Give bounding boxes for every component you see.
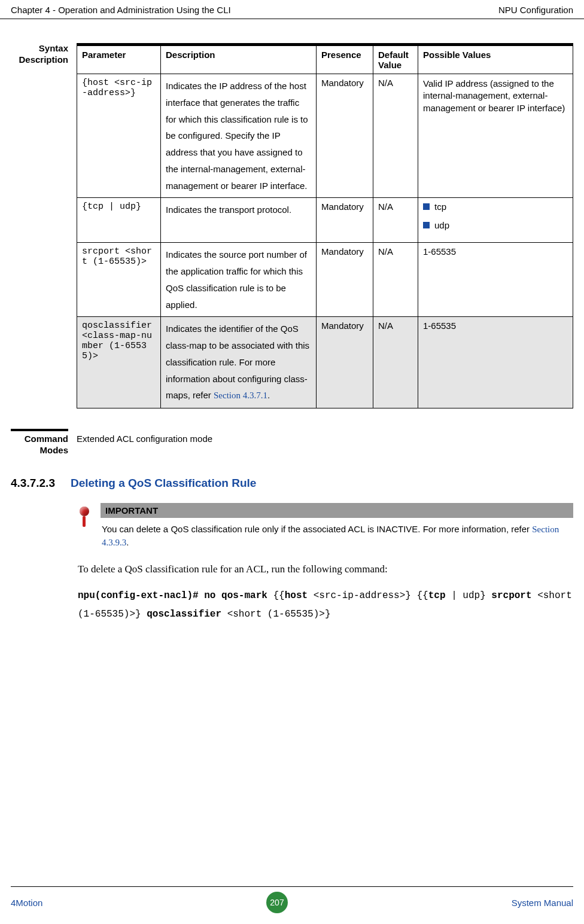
square-bullet-icon bbox=[423, 222, 430, 228]
cmd-text: <src-ip-address>} {{ bbox=[308, 590, 428, 601]
table-row: {host <src-ip-address>} Indicates the IP… bbox=[77, 74, 573, 198]
callout-prefix: You can delete a QoS classification rule… bbox=[102, 524, 532, 534]
footer-right[interactable]: System Manual bbox=[512, 898, 573, 908]
desc-prefix: Indicates the identifier of the QoS clas… bbox=[166, 324, 309, 400]
cell-default: N/A bbox=[373, 198, 418, 243]
callout-suffix: . bbox=[126, 537, 129, 547]
cell-desc: Indicates the IP address of the host int… bbox=[161, 74, 317, 198]
table-row: srcport <short (1-65535)> Indicates the … bbox=[77, 243, 573, 317]
table-row: {tcp | udp} Indicates the transport prot… bbox=[77, 198, 573, 243]
cell-param: srcport <short (1-65535)> bbox=[77, 243, 161, 317]
bullet-text: tcp bbox=[434, 202, 446, 212]
cmd-text: <short (1-65535)>} bbox=[221, 609, 330, 620]
cell-desc: Indicates the identifier of the QoS clas… bbox=[161, 317, 317, 408]
important-callout: IMPORTANT You can delete a QoS classific… bbox=[78, 503, 573, 549]
col-possible: Possible Values bbox=[418, 46, 573, 74]
cell-presence: Mandatory bbox=[317, 317, 373, 408]
subsection-title: Deleting a QoS Classification Rule bbox=[71, 477, 256, 490]
cell-param: qosclassifier <class-map-number (1-65535… bbox=[77, 317, 161, 408]
cell-default: N/A bbox=[373, 243, 418, 317]
cell-default: N/A bbox=[373, 317, 418, 408]
cell-values: Valid IP address (assigned to the intern… bbox=[418, 74, 573, 198]
cmd-text: | udp} bbox=[446, 590, 492, 601]
cmd-bold: host bbox=[285, 590, 308, 601]
command-block: npu(config-ext-nacl)# no qos-mark {{host… bbox=[78, 587, 573, 623]
col-default: Default Value bbox=[373, 46, 418, 74]
cell-default: N/A bbox=[373, 74, 418, 198]
desc-suffix: . bbox=[267, 390, 270, 400]
cmd-bold: tcp bbox=[428, 590, 446, 601]
header-left: Chapter 4 - Operation and Administration… bbox=[11, 5, 231, 15]
table-row: qosclassifier <class-map-number (1-65535… bbox=[77, 317, 573, 408]
cmd-bold: srcport bbox=[491, 590, 531, 601]
table-header-row: Parameter Description Presence Default V… bbox=[77, 46, 573, 74]
command-modes-value: Extended ACL configuration mode bbox=[77, 429, 573, 444]
cell-values: 1-65535 bbox=[418, 317, 573, 408]
section-link[interactable]: Section 4.3.7.1 bbox=[214, 391, 267, 400]
syntax-description-section: Syntax Description Parameter Description… bbox=[11, 43, 573, 408]
cell-values: tcp udp bbox=[418, 198, 573, 243]
cmd-bold: qosclassifier bbox=[147, 609, 221, 620]
cell-presence: Mandatory bbox=[317, 243, 373, 317]
cmd-bold: npu(config-ext-nacl)# no qos-mark bbox=[78, 590, 267, 601]
command-modes-section: Command Modes Extended ACL configuration… bbox=[11, 429, 573, 456]
cell-values: 1-65535 bbox=[418, 243, 573, 317]
subsection-number: 4.3.7.2.3 bbox=[11, 477, 55, 490]
cmd-text: {{ bbox=[267, 590, 285, 601]
cell-presence: Mandatory bbox=[317, 198, 373, 243]
cell-param: {host <src-ip-address>} bbox=[77, 74, 161, 198]
important-icon bbox=[78, 503, 91, 527]
page-number-badge: 207 bbox=[266, 892, 288, 913]
syntax-table: Parameter Description Presence Default V… bbox=[77, 45, 573, 408]
bullet-text: udp bbox=[434, 220, 449, 230]
body-paragraph: To delete a QoS classification rule for … bbox=[78, 562, 573, 577]
callout-header: IMPORTANT bbox=[101, 503, 573, 518]
header-right: NPU Configuration bbox=[498, 5, 573, 15]
command-modes-label: Command Modes bbox=[11, 429, 68, 456]
syntax-label: Syntax Description bbox=[11, 43, 68, 66]
cell-presence: Mandatory bbox=[317, 74, 373, 198]
page-header: Chapter 4 - Operation and Administration… bbox=[0, 0, 584, 19]
footer-left[interactable]: 4Motion bbox=[11, 898, 42, 908]
cell-desc: Indicates the source port number of the … bbox=[161, 243, 317, 317]
list-item: udp bbox=[423, 220, 568, 230]
list-item: tcp bbox=[423, 202, 568, 212]
col-description: Description bbox=[161, 46, 317, 74]
callout-text: You can delete a QoS classification rule… bbox=[101, 518, 573, 549]
cell-param: {tcp | udp} bbox=[77, 198, 161, 243]
col-parameter: Parameter bbox=[77, 46, 161, 74]
square-bullet-icon bbox=[423, 203, 430, 210]
cell-desc: Indicates the transport protocol. bbox=[161, 198, 317, 243]
page-footer: 4Motion 207 System Manual bbox=[0, 886, 584, 913]
col-presence: Presence bbox=[317, 46, 373, 74]
subsection-heading: 4.3.7.2.3 Deleting a QoS Classification … bbox=[11, 477, 573, 490]
